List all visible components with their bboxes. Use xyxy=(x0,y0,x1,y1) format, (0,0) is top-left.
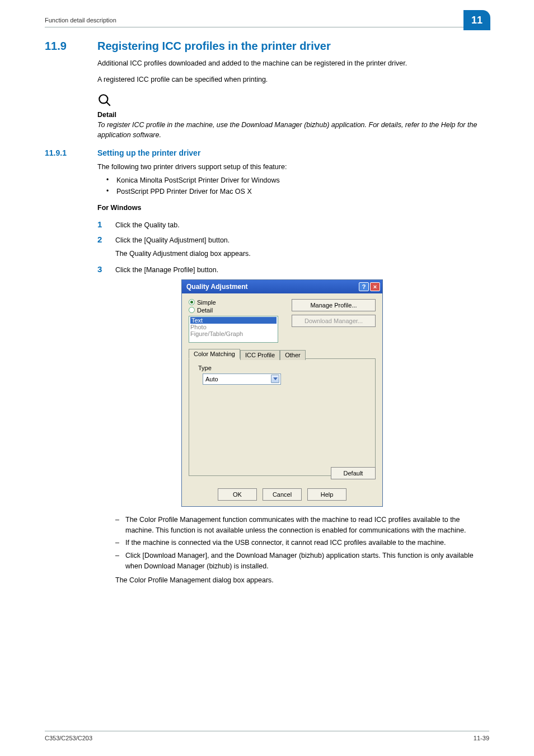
section-number: 11.9 xyxy=(45,40,84,53)
subsection-lead: The following two printer drivers suppor… xyxy=(97,162,489,172)
running-head: Function detail description xyxy=(45,17,116,24)
chapter-badge: 11 xyxy=(463,10,490,30)
svg-point-0 xyxy=(99,95,107,103)
radio-detail[interactable]: Detail xyxy=(189,307,278,314)
footer-right: 11-39 xyxy=(474,735,489,741)
help-button[interactable]: Help xyxy=(307,488,346,501)
step-1: 1 Click the Quality tab. xyxy=(97,220,489,229)
step-2: 2 Click the [Quality Adjustment] button. xyxy=(97,235,489,244)
for-windows-heading: For Windows xyxy=(97,204,489,212)
list-item: If the machine is connected via the USB … xyxy=(115,538,489,548)
page-footer: C353/C253/C203 11-39 xyxy=(45,731,489,741)
detail-text: To register ICC profile in the machine, … xyxy=(97,120,489,141)
dialog-help-button[interactable]: ? xyxy=(359,282,369,291)
type-combobox[interactable]: Auto xyxy=(203,374,281,385)
step-2-extra: The Quality Adjustment dialog box appear… xyxy=(115,250,489,258)
combo-value: Auto xyxy=(205,376,218,382)
step-number: 1 xyxy=(97,220,105,229)
quality-adjustment-dialog: Quality Adjustment ? × Simple xyxy=(181,279,383,507)
subsection-title: Setting up the printer driver xyxy=(97,148,200,157)
magnifier-icon xyxy=(97,93,489,110)
tab-panel: Type Auto xyxy=(189,358,376,476)
after-notes: The Color Profile Management dialog box … xyxy=(115,576,489,584)
step-text: Click the [Quality Adjustment] button. xyxy=(115,236,229,244)
footer-left: C353/C253/C203 xyxy=(45,735,92,741)
dialog-titlebar: Quality Adjustment ? × xyxy=(182,280,382,293)
list-item[interactable]: Text xyxy=(190,317,277,324)
intro-paragraph-2: A registered ICC profile can be specifie… xyxy=(97,74,489,85)
tabs: Color Matching ICC Profile Other Type Au… xyxy=(189,348,376,476)
notes-list: The Color Profile Management function co… xyxy=(115,515,489,572)
download-manager-button[interactable]: Download Manager... xyxy=(292,315,376,327)
chapter-number: 11 xyxy=(471,15,483,26)
element-list[interactable]: Text Photo Figure/Table/Graph xyxy=(189,316,278,343)
driver-list: Konica Minolta PostScript Printer Driver… xyxy=(97,175,489,197)
list-item: PostScript PPD Printer Driver for Mac OS… xyxy=(97,186,489,197)
tab-other[interactable]: Other xyxy=(280,350,306,360)
section-heading: 11.9 Registering ICC profiles in the pri… xyxy=(45,40,489,53)
step-text: Click the Quality tab. xyxy=(115,221,180,229)
dialog-close-button[interactable]: × xyxy=(370,282,380,291)
dialog-title: Quality Adjustment xyxy=(186,283,248,291)
ok-button[interactable]: OK xyxy=(218,488,257,501)
detail-note: Detail To register ICC profile in the ma… xyxy=(97,93,489,141)
step-number: 2 xyxy=(97,235,105,244)
chevron-down-icon xyxy=(271,375,279,383)
step-number: 3 xyxy=(97,264,105,274)
radio-icon xyxy=(189,299,195,305)
radio-icon xyxy=(189,307,195,313)
radio-simple[interactable]: Simple xyxy=(189,299,278,306)
step-text: Click the [Manage Profile] button. xyxy=(115,266,218,274)
detail-label: Detail xyxy=(97,111,489,119)
default-button[interactable]: Default xyxy=(331,467,376,479)
subsection-number: 11.9.1 xyxy=(45,148,84,157)
cancel-button[interactable]: Cancel xyxy=(263,488,302,501)
intro-paragraph-1: Additional ICC profiles downloaded and a… xyxy=(97,58,489,69)
type-label: Type xyxy=(198,365,368,371)
list-item: Konica Minolta PostScript Printer Driver… xyxy=(97,175,489,186)
radio-label: Simple xyxy=(197,299,216,306)
radio-label: Detail xyxy=(197,307,213,314)
section-title: Registering ICC profiles in the printer … xyxy=(97,40,331,53)
svg-line-1 xyxy=(106,102,110,106)
tab-color-matching[interactable]: Color Matching xyxy=(189,349,240,359)
tab-icc-profile[interactable]: ICC Profile xyxy=(240,350,280,360)
list-item: The Color Profile Management function co… xyxy=(115,515,489,536)
subsection-heading: 11.9.1 Setting up the printer driver xyxy=(45,148,489,157)
divider xyxy=(45,27,489,27)
list-item: Click [Download Manager], and the Downlo… xyxy=(115,550,489,572)
step-3: 3 Click the [Manage Profile] button. xyxy=(97,264,489,274)
list-item[interactable]: Figure/Table/Graph xyxy=(190,330,277,337)
list-item[interactable]: Photo xyxy=(190,324,277,330)
manage-profile-button[interactable]: Manage Profile... xyxy=(292,299,376,311)
